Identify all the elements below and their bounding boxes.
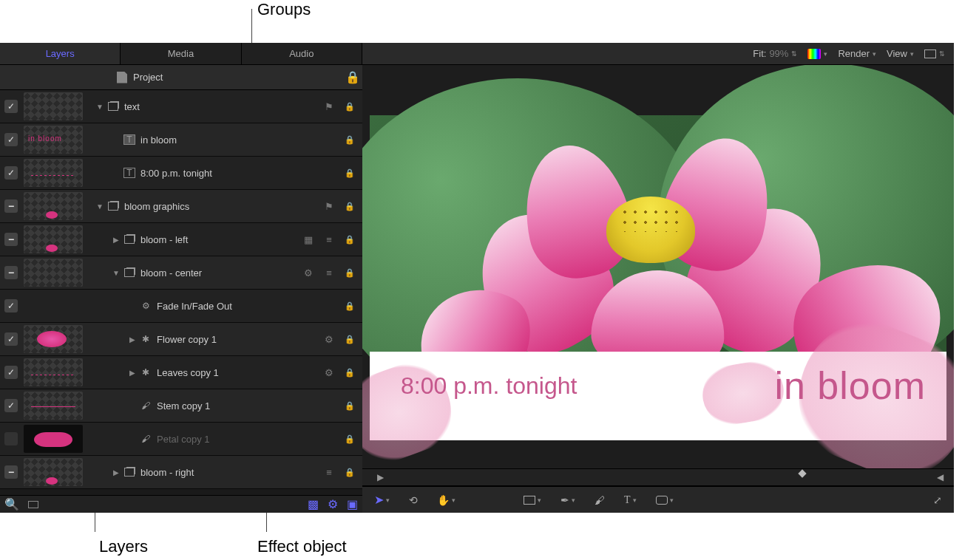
lock-icon[interactable]: 🔒 <box>343 135 356 145</box>
layer-row[interactable]: ▼text⚑🔒 <box>0 90 362 123</box>
gear-icon[interactable]: ⚙ <box>322 334 336 345</box>
layer-row[interactable]: Tin bloom🔒 <box>0 123 362 157</box>
layer-row[interactable]: ▶bloom - right≡🔒 <box>0 456 362 489</box>
view-popup[interactable]: View ▾ <box>887 48 914 59</box>
lock-icon[interactable]: 🔒 <box>343 468 356 477</box>
project-row[interactable]: Project 🔒 <box>0 65 362 90</box>
in-marker-icon[interactable]: ▶ <box>377 472 384 482</box>
disclosure-triangle[interactable]: ▼ <box>96 103 104 111</box>
blend-icon[interactable]: ≡ <box>322 267 336 279</box>
lock-icon[interactable]: 🔒 <box>343 235 356 245</box>
brush-tool[interactable]: 🖌 <box>595 494 605 506</box>
visibility-checkbox[interactable] <box>4 465 18 479</box>
layer-name[interactable]: bloom - right <box>140 467 194 478</box>
brush-icon: 🖌 <box>595 494 605 506</box>
row-status-icons: 🔒 <box>343 434 362 444</box>
filter-mask-icon[interactable]: ▣ <box>347 497 358 511</box>
layer-row[interactable]: ▼bloom - center⚙≡🔒 <box>0 256 362 290</box>
layer-row[interactable]: 🖌Stem copy 1🔒 <box>0 389 362 423</box>
layer-row[interactable]: ▶✱Leaves copy 1⚙🔒 <box>0 356 362 389</box>
row-status-icons: ⚑🔒 <box>322 201 362 212</box>
pen-tool[interactable]: ✒▾ <box>560 494 575 506</box>
tab-media[interactable]: Media <box>121 43 241 64</box>
text-tool[interactable]: T▾ <box>624 494 637 506</box>
lock-icon[interactable]: 🔒 <box>343 268 356 278</box>
layer-row[interactable]: ▶✱Flower copy 1⚙🔒 <box>0 323 362 356</box>
layer-name[interactable]: Flower copy 1 <box>157 334 217 345</box>
disclosure-triangle[interactable]: ▶ <box>129 335 136 344</box>
color-channel-popup[interactable]: ▾ <box>807 49 827 59</box>
layer-row[interactable]: 🖌Petal copy 1🔒 <box>0 423 362 456</box>
lock-icon[interactable]: 🔒 <box>343 202 356 211</box>
visibility-checkbox[interactable] <box>4 299 18 313</box>
layer-name[interactable]: in bloom <box>140 134 177 146</box>
flag-icon[interactable]: ⚑ <box>322 101 336 112</box>
blend-icon[interactable]: ≡ <box>322 234 336 245</box>
flag-icon[interactable]: ⚑ <box>322 201 336 212</box>
canvas[interactable]: 8:00 p.m. tonight in bloom <box>370 115 946 440</box>
disclosure-triangle[interactable]: ▼ <box>112 269 120 277</box>
lock-icon[interactable]: 🔒 <box>343 335 356 344</box>
visibility-checkbox[interactable] <box>4 100 18 113</box>
layer-name[interactable]: bloom graphics <box>124 201 189 212</box>
layer-name[interactable]: bloom - left <box>140 234 188 245</box>
visibility-checkbox[interactable] <box>4 233 18 246</box>
visibility-checkbox[interactable] <box>4 166 18 180</box>
disclosure-triangle[interactable]: ▶ <box>129 369 136 377</box>
filter-gear-icon[interactable]: ⚙ <box>328 497 338 511</box>
disclosure-triangle[interactable]: ▶ <box>112 468 120 477</box>
visibility-checkbox[interactable] <box>4 399 18 412</box>
visibility-checkbox[interactable] <box>4 366 18 379</box>
layer-name[interactable]: Stem copy 1 <box>157 400 210 412</box>
visibility-checkbox[interactable] <box>4 332 18 346</box>
expand-icon[interactable]: ⤢ <box>933 494 942 506</box>
tab-audio[interactable]: Audio <box>242 43 362 64</box>
chevron-down-icon: ▾ <box>538 496 541 504</box>
layer-name[interactable]: Fade In/Fade Out <box>157 301 232 312</box>
layer-row[interactable]: ▶bloom - left▦≡🔒 <box>0 223 362 256</box>
lock-icon[interactable]: 🔒 <box>343 301 356 311</box>
layer-name[interactable]: Petal copy 1 <box>157 434 210 445</box>
visibility-checkbox[interactable] <box>4 133 18 146</box>
layer-row[interactable]: T8:00 p.m. tonight🔒 <box>0 157 362 190</box>
visibility-checkbox[interactable] <box>4 199 18 213</box>
visibility-checkbox[interactable] <box>4 266 18 279</box>
layer-row[interactable]: ⚙Fade In/Fade Out🔒 <box>0 290 362 323</box>
mask-tool[interactable]: ▾ <box>656 496 674 505</box>
render-popup[interactable]: Render ▾ <box>838 48 876 59</box>
layer-name[interactable]: text <box>124 101 140 112</box>
lock-icon[interactable]: 🔒 <box>343 70 362 84</box>
lock-icon[interactable]: 🔒 <box>343 102 356 112</box>
tab-layers[interactable]: Layers <box>0 43 121 64</box>
lock-icon[interactable]: 🔒 <box>343 168 356 178</box>
timeline-ruler[interactable]: ▶ ◀ <box>362 468 954 486</box>
frame-icon[interactable] <box>28 501 38 508</box>
layer-name[interactable]: 8:00 p.m. tonight <box>140 168 212 179</box>
rectangle-tool[interactable]: ▾ <box>524 496 541 505</box>
lock-icon[interactable]: 🔒 <box>343 401 356 411</box>
blend-icon[interactable]: ≡ <box>322 467 336 478</box>
visibility-checkbox[interactable] <box>4 432 18 445</box>
chevron-down-icon: ▾ <box>873 50 876 58</box>
out-marker-icon[interactable]: ◀ <box>937 472 944 482</box>
layer-name[interactable]: Leaves copy 1 <box>157 367 219 378</box>
lock-icon[interactable]: 🔒 <box>343 368 356 378</box>
playhead[interactable] <box>799 471 806 484</box>
boxes-icon[interactable]: ▦ <box>302 234 315 245</box>
layer-thumbnail <box>24 126 83 154</box>
gear-icon[interactable]: ⚙ <box>302 267 315 279</box>
fit-popup[interactable]: Fit: 99% ⇅ <box>753 48 797 59</box>
layer-row[interactable]: ▼bloom graphics⚑🔒 <box>0 190 362 223</box>
gear-icon[interactable]: ⚙ <box>322 367 336 378</box>
layer-thumbnail <box>24 458 83 486</box>
search-icon[interactable]: 🔍 <box>4 497 19 511</box>
lock-icon[interactable]: 🔒 <box>343 434 356 444</box>
select-tool[interactable]: ➤▾ <box>374 493 390 507</box>
layer-name[interactable]: bloom - center <box>140 267 202 279</box>
transform-3d-tool[interactable]: ⟲ <box>409 494 418 506</box>
layout-popup[interactable]: ⇅ <box>924 49 945 58</box>
pan-tool[interactable]: ✋▾ <box>437 494 455 506</box>
disclosure-triangle[interactable]: ▶ <box>112 236 120 244</box>
disclosure-triangle[interactable]: ▼ <box>96 202 104 211</box>
filter-checker-icon[interactable]: ▩ <box>308 497 319 511</box>
